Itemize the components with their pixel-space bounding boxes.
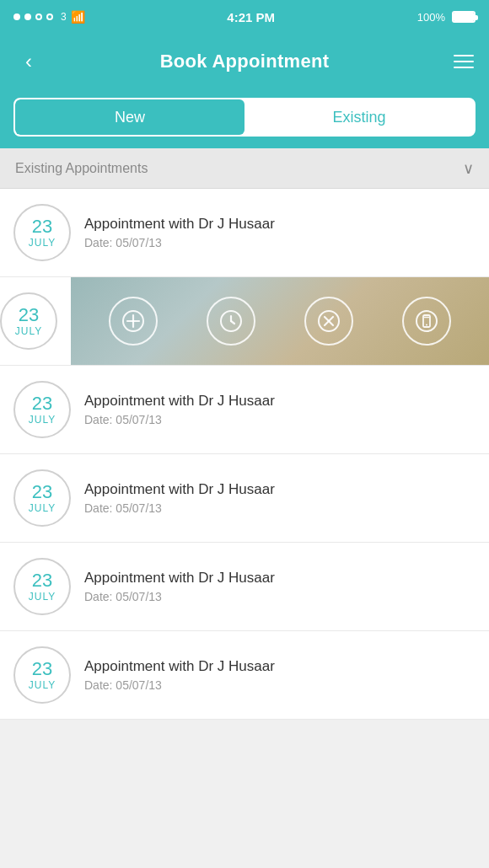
battery-icon: [452, 11, 476, 23]
swiped-row: 23 JULY: [0, 277, 489, 365]
appointment-row[interactable]: 23 JULY Appointment with Dr J Husaar Dat…: [0, 366, 489, 454]
date-number: 23: [32, 217, 52, 237]
date-month-swiped: JULY: [15, 325, 42, 337]
wifi-icon: 📶: [71, 10, 85, 24]
appointment-row[interactable]: 23 JULY Appointment with Dr J Husaar Dat…: [0, 189, 489, 277]
status-left: 3 📶: [13, 10, 85, 24]
tab-existing-label: Existing: [332, 109, 385, 126]
battery-percent: 100%: [417, 11, 445, 24]
signal-dot-1: [13, 13, 20, 20]
status-bar: 3 📶 4:21 PM 100%: [0, 0, 489, 34]
date-badge: 23 JULY: [13, 646, 71, 704]
menu-line-1: [454, 55, 474, 56]
appointment-row-swiped[interactable]: 23 JULY: [0, 277, 489, 366]
tab-new-label: New: [115, 109, 145, 126]
signal-dot-4: [46, 13, 53, 20]
signal-dot-2: [24, 13, 31, 20]
date-number: 23: [32, 571, 52, 591]
appointment-date: Date: 05/07/13: [84, 413, 476, 426]
reschedule-action-button[interactable]: [207, 297, 255, 346]
appointment-info: Appointment with Dr J Husaar Date: 05/07…: [84, 393, 476, 426]
svg-line-5: [231, 321, 234, 324]
appointment-title: Appointment with Dr J Husaar: [84, 570, 476, 587]
app-header: ‹ Book Appointment: [0, 34, 489, 89]
appointment-title: Appointment with Dr J Husaar: [84, 481, 476, 498]
appointment-row[interactable]: 23 JULY Appointment with Dr J Husaar Dat…: [0, 454, 489, 543]
appointment-title: Appointment with Dr J Husaar: [84, 216, 476, 233]
menu-line-3: [454, 67, 474, 68]
swiped-date-area: 23 JULY: [0, 277, 71, 365]
appointment-title: Appointment with Dr J Husaar: [84, 658, 476, 675]
date-month: JULY: [29, 502, 56, 514]
date-badge: 23 JULY: [13, 469, 71, 527]
date-month: JULY: [29, 679, 56, 691]
date-number-swiped: 23: [19, 305, 39, 325]
appointment-date: Date: 05/07/13: [84, 236, 476, 249]
contact-action-button[interactable]: [402, 297, 451, 346]
appointment-info: Appointment with Dr J Husaar Date: 05/07…: [84, 216, 476, 249]
date-month: JULY: [29, 237, 56, 249]
date-month: JULY: [29, 591, 56, 603]
battery-fill: [454, 13, 474, 21]
section-header-label: Existing Appointments: [15, 161, 148, 176]
appointments-list: 23 JULY Appointment with Dr J Husaar Dat…: [0, 189, 489, 720]
appointment-info: Appointment with Dr J Husaar Date: 05/07…: [84, 570, 476, 603]
signal-strength: 3: [61, 11, 67, 23]
chevron-down-icon: ∨: [463, 159, 474, 178]
section-header[interactable]: Existing Appointments ∨: [0, 148, 489, 189]
date-number: 23: [32, 482, 52, 502]
appointment-row[interactable]: 23 JULY Appointment with Dr J Husaar Dat…: [0, 631, 489, 720]
cancel-action-button[interactable]: [304, 297, 353, 346]
appointment-title: Appointment with Dr J Husaar: [84, 393, 476, 410]
tab-existing[interactable]: Existing: [244, 99, 474, 135]
tab-switcher: New Existing: [0, 89, 489, 148]
appointment-date: Date: 05/07/13: [84, 678, 476, 692]
date-month: JULY: [29, 414, 56, 426]
appointment-date: Date: 05/07/13: [84, 590, 476, 603]
status-time: 4:21 PM: [227, 10, 275, 24]
svg-point-11: [426, 324, 427, 326]
menu-button[interactable]: [447, 55, 474, 68]
menu-line-2: [454, 61, 474, 62]
appointment-row[interactable]: 23 JULY Appointment with Dr J Husaar Dat…: [0, 543, 489, 631]
date-badge-swiped: 23 JULY: [0, 292, 57, 350]
tab-new[interactable]: New: [15, 99, 244, 135]
date-badge: 23 JULY: [13, 381, 71, 438]
date-badge: 23 JULY: [13, 204, 71, 261]
appointment-info: Appointment with Dr J Husaar Date: 05/07…: [84, 658, 476, 692]
page-title: Book Appointment: [160, 51, 330, 72]
svg-point-9: [416, 311, 437, 331]
signal-dot-3: [35, 13, 42, 20]
status-right: 100%: [417, 11, 476, 24]
add-action-button[interactable]: [109, 297, 158, 346]
tab-container: New Existing: [13, 98, 476, 137]
back-button[interactable]: ‹: [15, 50, 42, 73]
date-badge: 23 JULY: [13, 558, 71, 615]
date-number: 23: [32, 394, 52, 414]
date-number: 23: [32, 659, 52, 679]
swipe-actions: [71, 277, 489, 365]
appointment-date: Date: 05/07/13: [84, 501, 476, 515]
appointment-info: Appointment with Dr J Husaar Date: 05/07…: [84, 481, 476, 515]
